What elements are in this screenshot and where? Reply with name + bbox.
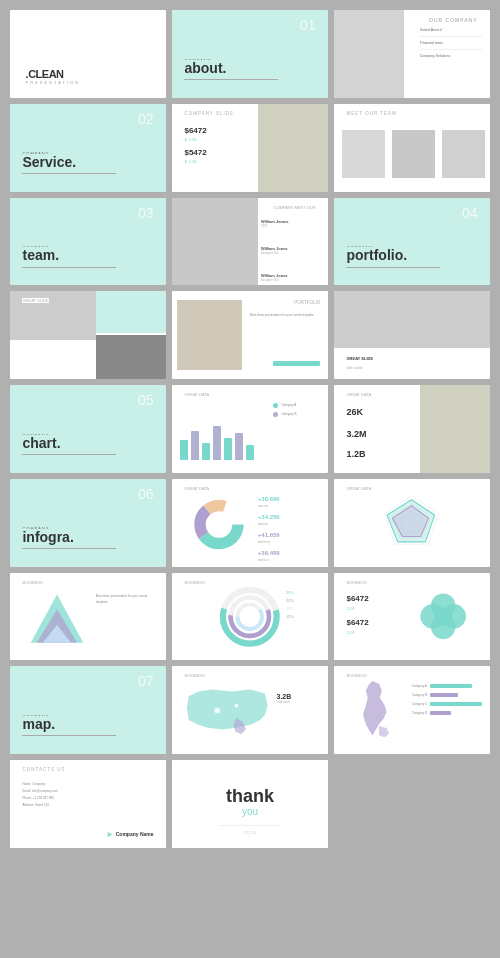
bar-row-3: Category C [412, 702, 482, 706]
slide-5-title: COMPANY SLIDE [184, 111, 234, 116]
slide-11-portfolio-items: PORTFOLIO Best clean presentation for yo… [172, 291, 328, 379]
slide-20-title: BUSINESS [184, 580, 204, 585]
slide-13-line [22, 454, 116, 455]
legend-label-2: Category B [281, 412, 296, 416]
slide-3-image [334, 10, 404, 98]
bar-5 [224, 438, 232, 460]
slide-19-pyramid: BUSINESS Best clean presentation for you… [10, 573, 166, 661]
slide-22-line [22, 735, 116, 736]
slide-6-team: MEET OUR TEAM [334, 104, 490, 192]
slide-17-pie-chart: GREAT DATA +30.696 stat one +34.256 stat… [172, 479, 328, 567]
slide-grid: . .CLEAN PRESENTATION 01 company about. … [10, 10, 490, 848]
slide-7-team: 03 company team. [10, 198, 166, 286]
stat-4-label: stat four [258, 558, 320, 562]
slide-21-business-stats: BUSINESS $6472 3.28 $6472 3.28 [334, 573, 490, 661]
bar-row-2: Category B [412, 693, 482, 697]
slide-14-chart [180, 411, 266, 459]
stat-1-label: stat one [258, 504, 320, 508]
slide-24-italy-map: BUSINESS Category A Category B [334, 666, 490, 754]
bar-label-2: Category B [412, 693, 427, 697]
slide-3-items: United Accord Financial team Company Sol… [420, 28, 482, 58]
svg-point-22 [434, 608, 452, 626]
slide-4-num: 02 [138, 111, 154, 127]
slide-5-stat1: $6472 [184, 126, 206, 135]
slide-23-stat: 3.2B [277, 693, 321, 700]
slide-19-text: Best clean presentation for your needs t… [96, 594, 158, 605]
slide-14-legend: Category A Category B [273, 403, 320, 421]
slide-4-word: Service. [22, 154, 76, 170]
slide-3-divider-1 [420, 36, 482, 37]
bar-3 [202, 443, 210, 460]
slide-26-you: you [242, 806, 258, 817]
slide-9-portfolio: 04 company portfolio. [334, 198, 490, 286]
bar-2 [191, 431, 199, 460]
slide-21-stat1: $6472 [346, 594, 368, 603]
slide-22-word: map. [22, 716, 55, 732]
slide-8-role: CEO [261, 224, 320, 228]
bar-fill-4 [430, 711, 451, 715]
slide-10-great: GREAT SLIDE [10, 291, 166, 379]
slide-26-thank-you: thank you 555 | 555 [172, 760, 328, 848]
pct-2: 22% [286, 598, 325, 603]
slide-14-title: GREAT DATA [184, 392, 209, 397]
slide-18-radar [357, 492, 466, 553]
slide-16-word: infogra. [22, 529, 73, 545]
slide-20-circle: BUSINESS 30% 22% 18% 15% [172, 573, 328, 661]
slide-1-clean: . .CLEAN PRESENTATION [10, 10, 166, 98]
slide-1-title: .CLEAN [26, 68, 64, 80]
slide-7-word: team. [22, 247, 59, 263]
slide-26-line [219, 825, 281, 826]
slide-9-line [346, 267, 440, 268]
slide-25-logo: ➤ Company Name [106, 830, 154, 839]
slide-25-title: CONTACTS US [22, 767, 65, 772]
contact-3: Phone: +1 234 567 890 [22, 796, 162, 800]
slide-8-role2: Designer Girl [261, 251, 320, 255]
slide-15-stat-a: 26K [346, 407, 363, 417]
slide-10-img2 [96, 335, 166, 379]
contact-1: Name: Company [22, 782, 162, 786]
slide-19-pyramid [18, 590, 96, 651]
slide-12-great: GREAT SLIDE slide subtitle [334, 291, 490, 379]
slide-21-sub1: 3.28 [346, 606, 354, 611]
slide-25-contacts: CONTACTS US Name: Company Email: info@co… [10, 760, 166, 848]
slide-11-button[interactable] [273, 361, 320, 366]
slide-20-percentages: 30% 22% 18% 15% [286, 590, 325, 622]
legend-dot-2 [273, 412, 278, 417]
bar-label-4: Category D [412, 711, 427, 715]
slide-3-item-3: Company Solutions [420, 54, 482, 58]
slide-13-chart: 05 company chart. [10, 385, 166, 473]
slide-21-stat2: $6472 [346, 618, 368, 627]
slide-2-num: 01 [300, 17, 316, 33]
legend-dot-1 [273, 403, 278, 408]
arrow-icon: ➤ [106, 830, 113, 839]
slide-21-title: BUSINESS [346, 580, 366, 585]
bar-row-4: Category D [412, 711, 482, 715]
legend-item-2: Category B [273, 412, 320, 417]
bar-fill-1 [430, 684, 472, 688]
slide-5-stat1-sub: ⬆ 3.28 [184, 137, 196, 142]
slide-23-stat-label: total value [277, 700, 321, 704]
slide-17-pie [180, 496, 258, 553]
slide-3-title: OUR COMPANY [429, 17, 477, 23]
slide-22-num: 07 [138, 673, 154, 689]
bar-7 [246, 445, 254, 459]
stat-4-val: +36.489 [258, 550, 320, 556]
contact-2: Email: info@company.com [22, 789, 162, 793]
slide-4-line [22, 173, 116, 174]
slide-8-role3: Designer Girl [261, 278, 320, 282]
bar-fill-3 [430, 702, 482, 706]
slide-6-photo-3 [442, 130, 486, 178]
slide-6-title: MEET OUR TEAM [346, 111, 396, 116]
svg-point-23 [214, 708, 220, 714]
slide-25-contacts-list: Name: Company Email: info@company.com Ph… [22, 782, 162, 810]
slide-26-thank: thank [226, 786, 274, 807]
pct-1: 30% [286, 590, 325, 595]
slide-2-line [184, 79, 278, 80]
slide-2-about: 01 company about. [172, 10, 328, 98]
slide-17-stats: +30.696 stat one +34.256 stat two +41.65… [258, 496, 320, 566]
slide-12-img [334, 291, 490, 348]
slide-22-map: 07 company map. [10, 666, 166, 754]
slide-15-img [420, 385, 490, 473]
slide-15-stats: GREAT DATA 26K 3.2M 1.2B [334, 385, 490, 473]
contact-4: Address: Street 123 [22, 803, 162, 807]
